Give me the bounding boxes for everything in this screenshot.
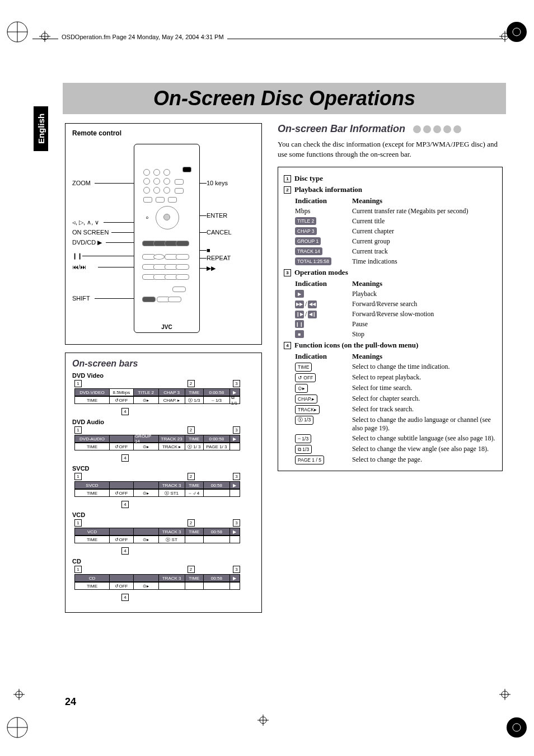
remote-label-cancel: CANCEL [207,229,232,236]
section-heading: On-screen Bar Information [278,123,503,135]
meaning-cell: Current chapter [352,227,496,236]
table-row: Ⓧ 1/3Select to change the audio language… [295,416,496,433]
osd-segment [230,443,240,450]
osd-bar: DVD-VIDEO8.5MbpsTITLE 2CHAP 3TIME0:00:58… [74,388,240,404]
indication-cell: GROUP 1 [295,237,352,245]
table-col-head: IndicationMeanings [295,196,496,205]
table-row: CHAP.▸Select for chapter search. [295,395,496,403]
meaning-cell: Playback [352,290,496,298]
crop-mark-icon [499,31,510,42]
table-row: PAGE 1 / 5Select to change the page. [295,456,496,464]
osd-segment: ⊙▸ [134,536,159,543]
table-section-head: 4 Function icons (on the pull-down menu) [284,341,496,350]
svg-point-8 [507,717,527,738]
osd-segment: ▶ [230,528,240,536]
osd-segment: ↺OFF [110,396,134,404]
remote-label-enter: ENTER [207,212,227,219]
osd-segment [110,435,134,443]
remote-label-repeat: REPEAT [207,255,231,261]
osd-segment [134,528,159,536]
meaning-cell: Forward/Reverse search [352,300,496,308]
osb-panel: On-screen bars DVD Video123DVD-VIDEO8.5M… [65,353,262,613]
meaning-cell: Time indications [352,257,496,266]
osb-markers-top: 123 [74,566,240,573]
osd-segment [204,536,230,543]
osb-group: VCD123VCDTRACK 3TIME00:58▶TIME↺OFF⊙▸Ⓧ ST… [72,511,255,555]
meaning-cell: Select to change the view angle (see als… [352,445,496,453]
osd-segment: 0:00:58 [204,435,230,443]
osd-segment [110,481,134,489]
table-row: MbpsCurrent transfer rate (Megabits per … [295,207,496,215]
osd-segment: CHAP 3 [159,388,185,396]
indication-cell: ❙▶/◀❙ [295,310,352,318]
osd-segment: ▶ [230,574,240,582]
meaning-cell: Pause [352,320,496,328]
table-section-head: 2 Playback information [284,185,496,194]
osd-segment: ⊙▸ [134,396,159,404]
indication-cell: Mbps [295,207,352,215]
title-band: On-Screen Disc Operations [63,83,506,114]
remote-label-pause: ❙❙ [72,252,82,260]
osb-group: DVD Video123DVD-VIDEO8.5MbpsTITLE 2CHAP … [72,372,255,415]
osd-segment [134,481,159,489]
osd-segment: TIME [185,388,204,396]
printers-mark-icon [505,716,528,739]
osb-group: SVCD123SVCDTRACK 3TIME00:58▶TIME↺OFF⊙▸Ⓧ … [72,465,255,508]
osb-marker-bottom: 4 [121,544,255,555]
osd-segment: ↺OFF [110,443,134,450]
content: Remote control ZOOM ◃, ▷, ∧, ∨ ON SCREEN… [65,123,503,689]
indication-cell: TRACK▸ [295,405,352,414]
meaning-cell: Select for time search. [352,384,496,392]
table-row: ❙❙Pause [295,320,496,328]
section-heading-text: On-screen Bar Information [278,123,405,135]
osb-marker-bottom: 4 [121,452,255,462]
osd-segment: ⊙▸ [134,489,159,497]
meaning-cell: Stop [352,330,496,339]
remote-label-stop: ■ [207,247,210,253]
osd-segment: 00:58 [204,481,230,489]
osd-segment: ↺OFF [110,536,134,543]
osd-segment [204,489,230,497]
osd-segment [230,489,240,497]
table-row: TRACK 14Current track [295,247,496,256]
osd-segment [185,582,204,590]
osd-segment: ↺OFF [110,489,134,497]
table-section-head: 3 Operation modes [284,268,496,277]
osb-subtitle: SVCD [72,465,255,472]
table-row: ⎓ 1/3Select to change subtitle language … [295,434,496,443]
osb-subtitle: CD [72,558,255,565]
crop-mark-icon [257,715,269,726]
osd-segment [230,536,240,543]
osb-marker-bottom: 4 [121,591,255,601]
osd-segment: TIME [185,435,204,443]
meaning-cell: Current transfer rate (Megabits per seco… [352,207,496,215]
osd-segment: ⊙▸ [134,582,159,590]
indication-cell: TIME [295,363,352,372]
page-number: 24 [65,696,76,708]
osd-segment [185,536,204,543]
printers-mark-icon [6,716,29,739]
table-row: CHAP 3Current chapter [295,227,496,236]
table-row: GROUP 1Current group [295,237,496,246]
info-table: 1 Disc type2 Playback informationIndicat… [278,167,503,471]
remote-label-dvdcd: DVD/CD ▶ [72,239,102,246]
osd-segment: ⧉ 1/1 [230,396,240,404]
table-row: TITLE 2Current title [295,217,496,226]
meaning-cell: Forward/Reverse slow-motion [352,310,496,318]
osd-segment: TRACK 3 [159,574,185,582]
osd-segment: DVD-VIDEO [74,388,110,396]
osb-marker-bottom: 4 [121,498,255,508]
meaning-cell: Current title [352,217,496,226]
remote-label-skip: ⏮/⏭ [72,264,86,270]
remote-label-ff: ▶▶ [207,265,216,272]
osd-segment: TRACK ▸ [159,443,185,450]
table-row: ⧉ 1/3Select to change the view angle (se… [295,445,496,454]
remote-label-onscreen: ON SCREEN [72,229,109,236]
table-col-head: IndicationMeanings [295,352,496,361]
osb-subtitle: VCD [72,511,255,518]
osd-segment [134,574,159,582]
table-section-head: 1 Disc type [284,174,496,183]
indication-cell: ❙❙ [295,320,352,328]
intro-paragraph: You can check the disc information (exce… [278,139,503,159]
remote-panel-title: Remote control [72,129,255,137]
